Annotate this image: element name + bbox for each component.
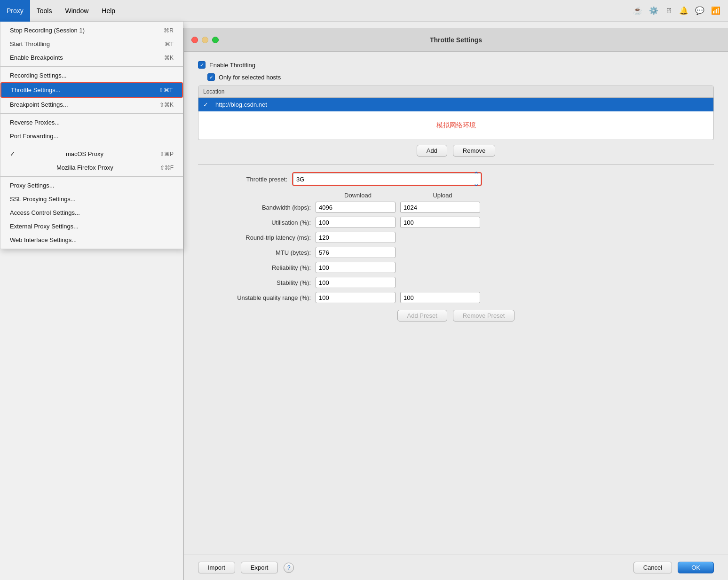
bandwidth-row: Bandwidth (kbps):: [212, 202, 714, 213]
menu-item-web-interface[interactable]: Web Interface Settings...: [0, 233, 183, 247]
check-mark-empty: [10, 164, 17, 171]
menu-proxy[interactable]: Proxy: [0, 0, 30, 22]
reliability-input[interactable]: [316, 262, 396, 273]
location-btn-row: Add Remove: [198, 145, 714, 157]
menu-item-external-proxy[interactable]: External Proxy Settings...: [0, 219, 183, 233]
wifi-icon: 📶: [711, 6, 720, 15]
dialog-footer: Import Export ? Cancel OK: [184, 555, 728, 580]
menu-item-throttle-settings[interactable]: Throttle Settings... ⇧⌘T: [0, 82, 183, 98]
mtu-input[interactable]: [316, 247, 396, 258]
throttle-preset-label: Throttle preset:: [198, 176, 292, 183]
menu-item-breakpoint-settings[interactable]: Breakpoint Settings... ⇧⌘K: [0, 98, 183, 111]
shortcut: ⇧⌘P: [159, 151, 174, 157]
menu-item-access-control[interactable]: Access Control Settings...: [0, 206, 183, 219]
shortcut: ⌘R: [164, 27, 174, 34]
separator-2: [0, 113, 183, 114]
menu-help[interactable]: Help: [95, 0, 122, 22]
menu-item-label: macOS Proxy: [66, 150, 103, 157]
upload-col-header: Upload: [400, 192, 485, 199]
menu-item-stop-recording[interactable]: Stop Recording (Session 1) ⌘R: [0, 24, 183, 37]
bandwidth-download-input[interactable]: [316, 202, 396, 213]
minimize-button[interactable]: [202, 37, 208, 43]
dialog-title: Throttle Settings: [430, 36, 482, 44]
remove-location-button[interactable]: Remove: [453, 145, 495, 157]
unstable-label: Unstable quality range (%):: [212, 294, 316, 301]
shortcut: ⇧⌘F: [160, 165, 174, 171]
unstable-row: Unstable quality range (%):: [212, 292, 714, 303]
shortcut: ⌘K: [164, 55, 174, 61]
proxy-dropdown-menu: Stop Recording (Session 1) ⌘R Start Thro…: [0, 22, 183, 249]
menu-item-label: Start Throttling: [10, 40, 50, 47]
grid-header-row: Download Upload: [212, 192, 714, 199]
throttle-preset-row: Throttle preset: 3G 4G DSL Cable 256 Kbp…: [198, 172, 714, 186]
help-button[interactable]: ?: [284, 563, 294, 573]
menu-item-label: Access Control Settings...: [10, 209, 80, 216]
menu-item-macos-proxy[interactable]: ✓ macOS Proxy ⇧⌘P: [0, 147, 183, 161]
dialog-content: ✓ Enable Throttling ✓ Only for selected …: [184, 52, 728, 331]
location-header: Location: [198, 86, 713, 98]
menu-item-proxy-settings[interactable]: Proxy Settings...: [0, 179, 183, 192]
location-empty: 模拟网络环境: [198, 111, 713, 140]
wechat-icon: 💬: [695, 6, 704, 15]
reliability-label: Reliability (%):: [212, 264, 316, 271]
mtu-label: MTU (bytes):: [212, 249, 316, 256]
menu-tools[interactable]: Tools: [30, 0, 59, 22]
coffee-icon: ☕: [633, 6, 642, 15]
export-button[interactable]: Export: [241, 562, 278, 573]
utilisation-upload-input[interactable]: [400, 217, 480, 228]
check-mark: ✓: [10, 150, 17, 157]
location-table: Location ✓ http://blog.csdn.net 模拟网络环境: [198, 86, 714, 140]
menu-item-reverse-proxies[interactable]: Reverse Proxies...: [0, 116, 183, 129]
menu-item-label: Web Interface Settings...: [10, 236, 77, 243]
menu-item-start-throttling[interactable]: Start Throttling ⌘T: [0, 37, 183, 51]
import-button[interactable]: Import: [198, 562, 235, 573]
location-check: ✓: [203, 101, 211, 108]
reliability-row: Reliability (%):: [212, 262, 714, 273]
add-location-button[interactable]: Add: [417, 145, 447, 157]
throttle-preset-select[interactable]: 3G 4G DSL Cable 256 Kbps Custom: [293, 173, 481, 185]
menu-item-label: Recording Settings...: [10, 72, 67, 79]
menu-item-label: Breakpoint Settings...: [10, 101, 68, 108]
enable-throttling-checkbox[interactable]: ✓: [198, 61, 206, 69]
only-selected-label: Only for selected hosts: [219, 74, 281, 81]
preset-select-container: 3G 4G DSL Cable 256 Kbps Custom ⌃⌄: [293, 173, 481, 185]
menubar-right: ☕ ⚙️ 🖥 🔔 💬 📶: [633, 6, 728, 15]
only-selected-checkbox[interactable]: ✓: [207, 73, 215, 81]
remove-preset-button[interactable]: Remove Preset: [453, 310, 515, 321]
dialog-titlebar: Throttle Settings: [184, 28, 728, 52]
zoom-button[interactable]: [212, 37, 219, 43]
download-col-header: Download: [316, 192, 400, 199]
bandwidth-label: Bandwidth (kbps):: [212, 204, 316, 211]
shortcut: ⇧⌘K: [159, 102, 174, 108]
menu-item-recording-settings[interactable]: Recording Settings...: [0, 69, 183, 82]
close-button[interactable]: [191, 37, 198, 43]
location-row-selected[interactable]: ✓ http://blog.csdn.net: [198, 98, 713, 111]
ok-button[interactable]: OK: [678, 562, 714, 573]
menu-window[interactable]: Window: [58, 0, 95, 22]
unstable-download-input[interactable]: [316, 292, 396, 303]
menu-item-label: Throttle Settings...: [11, 86, 61, 94]
menu-item-enable-breakpoints[interactable]: Enable Breakpoints ⌘K: [0, 51, 183, 64]
bandwidth-grid: Download Upload Bandwidth (kbps): Utilis…: [212, 192, 714, 303]
utilisation-download-input[interactable]: [316, 217, 396, 228]
preset-btn-row: Add Preset Remove Preset: [198, 310, 714, 321]
bandwidth-upload-input[interactable]: [400, 202, 480, 213]
separator-3: [0, 145, 183, 145]
latency-row: Round-trip latency (ms):: [212, 232, 714, 243]
unstable-upload-input[interactable]: [400, 292, 480, 303]
menu-item-label: Reverse Proxies...: [10, 119, 60, 126]
cancel-button[interactable]: Cancel: [633, 562, 672, 573]
menu-item-port-forwarding[interactable]: Port Forwarding...: [0, 129, 183, 143]
mtu-row: MTU (bytes):: [212, 247, 714, 258]
display-icon: 🖥: [665, 7, 673, 15]
add-preset-button[interactable]: Add Preset: [397, 310, 447, 321]
menu-item-ssl-proxying[interactable]: SSL Proxying Settings...: [0, 192, 183, 206]
menu-item-label: SSL Proxying Settings...: [10, 196, 76, 203]
menu-item-firefox-proxy[interactable]: Mozilla Firefox Proxy ⇧⌘F: [0, 161, 183, 174]
separator: [198, 164, 714, 165]
separator-1: [0, 66, 183, 67]
stability-input[interactable]: [316, 277, 396, 288]
stability-label: Stability (%):: [212, 279, 316, 286]
bell-icon: 🔔: [679, 6, 688, 15]
latency-input[interactable]: [316, 232, 396, 243]
